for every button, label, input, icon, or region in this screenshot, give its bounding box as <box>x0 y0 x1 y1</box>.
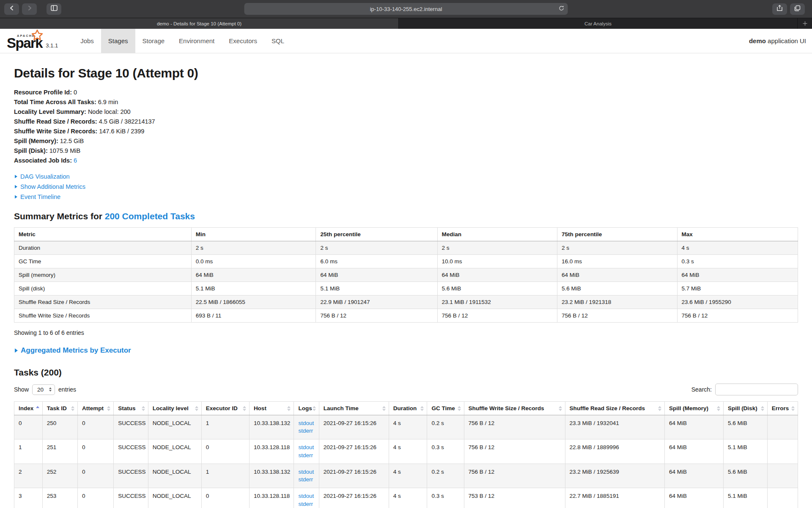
summary-col-header[interactable]: Max <box>677 228 798 241</box>
tasks-col-header-launch_time[interactable]: Launch Time <box>319 402 389 415</box>
app-name: demo <box>749 37 766 44</box>
task-cell-spill_memory: 64 MiB <box>664 415 723 439</box>
summary-cell: 23.6 MiB / 1955290 <box>677 295 798 309</box>
tasks-col-header-spill_disk[interactable]: Spill (Disk) <box>723 402 767 415</box>
tasks-col-label: Host <box>254 405 266 411</box>
search-input[interactable] <box>715 384 798 395</box>
tasks-col-header-shuffle_read[interactable]: Shuffle Read Size / Records <box>565 402 664 415</box>
stderr-link[interactable]: stderr <box>298 500 314 508</box>
back-button[interactable] <box>4 3 19 15</box>
toggle-label: DAG Visualization <box>20 173 70 180</box>
chevron-right-icon <box>27 5 33 13</box>
tasks-col-header-index[interactable]: Index <box>14 402 43 415</box>
stderr-link[interactable]: stderr <box>298 427 314 435</box>
tasks-col-header-duration[interactable]: Duration <box>389 402 427 415</box>
tasks-col-header-task_id[interactable]: Task ID <box>42 402 77 415</box>
stage-field-3: Shuffle Read Size / Records: 4.5 GiB / 3… <box>14 118 798 125</box>
tasks-col-label: Shuffle Read Size / Records <box>570 405 645 411</box>
stdout-link[interactable]: stdout <box>298 468 314 476</box>
share-icon <box>776 5 783 13</box>
task-cell-logs: stdoutstderr <box>294 439 319 464</box>
tab-overview-button[interactable] <box>790 3 805 15</box>
sort-down-icon <box>458 409 461 411</box>
sort-icon <box>287 406 291 411</box>
tasks-col-header-spill_memory[interactable]: Spill (Memory) <box>664 402 723 415</box>
summary-col-header[interactable]: Median <box>437 228 557 241</box>
sort-up-icon <box>717 406 720 408</box>
task-cell-shuffle_write: 753 B / 12 <box>464 488 565 508</box>
summary-cell: 23.2 MiB / 1921318 <box>557 295 678 309</box>
tasks-table: IndexTask IDAttemptStatusLocality levelE… <box>14 401 798 508</box>
tasks-col-label: Shuffle Write Size / Records <box>469 405 544 411</box>
summary-row: Spill (disk)5.1 MiB5.1 MiB5.6 MiB5.6 MiB… <box>14 282 798 295</box>
tasks-col-header-executor_id[interactable]: Executor ID <box>201 402 249 415</box>
tasks-col-header-attempt[interactable]: Attempt <box>78 402 114 415</box>
task-cell-spill_disk: 5.1 MiB <box>723 439 767 464</box>
toggle-dag-visualization[interactable]: DAG Visualization <box>14 173 798 180</box>
tasks-col-header-locality[interactable]: Locality level <box>148 402 201 415</box>
summary-cell: 22.5 MiB / 1866055 <box>191 295 316 309</box>
new-tab-button[interactable] <box>798 18 812 29</box>
reload-icon[interactable] <box>559 6 565 13</box>
tasks-col-header-logs[interactable]: Logs <box>294 402 319 415</box>
task-cell-gc_time: 0.2 s <box>427 415 464 439</box>
aggregated-metrics-label: Aggregated Metrics by Executor <box>21 346 131 355</box>
task-cell-duration: 4 s <box>389 415 427 439</box>
sort-down-icon <box>420 409 424 411</box>
tasks-col-header-status[interactable]: Status <box>114 402 148 415</box>
triangle-right-icon <box>15 348 18 353</box>
summary-col-header[interactable]: Metric <box>14 228 192 241</box>
tasks-col-header-shuffle_write[interactable]: Shuffle Write Size / Records <box>464 402 565 415</box>
stage-field-value: 0 <box>74 89 77 96</box>
browser-tab-0[interactable]: demo - Details for Stage 10 (Attempt 0) <box>0 18 399 29</box>
sort-up-icon <box>658 406 661 408</box>
sort-icon <box>559 406 562 411</box>
forward-button[interactable] <box>22 3 37 15</box>
summary-col-header[interactable]: Min <box>191 228 316 241</box>
toggle-show-additional-metrics[interactable]: Show Additional Metrics <box>14 183 798 190</box>
task-cell-logs: stdoutstderr <box>294 415 319 439</box>
tasks-col-header-errors[interactable]: Errors <box>767 402 798 415</box>
browser-tab-1[interactable]: Car Analysis <box>399 18 798 29</box>
stdout-link[interactable]: stdout <box>298 420 314 427</box>
task-cell-host: 10.33.138.132 <box>249 464 294 488</box>
address-bar[interactable]: ip-10-33-140-255.ec2.internal <box>244 3 568 15</box>
sort-up-icon <box>243 406 246 408</box>
stdout-link[interactable]: stdout <box>298 444 314 451</box>
tasks-col-label: Launch Time <box>324 405 359 411</box>
nav-tab-storage[interactable]: Storage <box>135 29 172 53</box>
stderr-link[interactable]: stderr <box>298 476 314 483</box>
page-size-select[interactable]: 20 <box>32 384 55 395</box>
sidebar-toggle-button[interactable] <box>47 3 61 15</box>
summary-cell: 5.1 MiB <box>191 282 316 295</box>
tasks-col-label: Status <box>118 405 135 411</box>
nav-tab-jobs[interactable]: Jobs <box>73 29 101 53</box>
nav-tab-stages[interactable]: Stages <box>101 29 135 53</box>
stderr-link[interactable]: stderr <box>298 452 314 459</box>
task-cell-spill_disk: 5.6 MiB <box>723 464 767 488</box>
sort-up-icon <box>287 406 291 408</box>
stage-field-label: Spill (Disk): <box>14 147 49 154</box>
tasks-col-header-gc_time[interactable]: GC Time <box>427 402 464 415</box>
task-cell-duration: 4 s <box>389 488 427 508</box>
task-cell-duration: 4 s <box>389 439 427 464</box>
toggle-event-timeline[interactable]: Event Timeline <box>14 193 798 200</box>
summary-col-header[interactable]: 75th percentile <box>557 228 678 241</box>
task-cell-executor_id: 0 <box>201 439 249 464</box>
nav-tab-sql[interactable]: SQL <box>264 29 291 53</box>
nav-tab-executors[interactable]: Executors <box>222 29 264 53</box>
tasks-col-header-host[interactable]: Host <box>249 402 294 415</box>
task-cell-executor_id: 1 <box>201 415 249 439</box>
aggregated-metrics-toggle[interactable]: Aggregated Metrics by Executor <box>14 346 798 355</box>
page-title: Details for Stage 10 (Attempt 0) <box>14 66 798 80</box>
spark-logo[interactable]: APACHE Spark 3.1.1 <box>6 29 62 53</box>
summary-col-header[interactable]: 25th percentile <box>316 228 437 241</box>
share-button[interactable] <box>772 3 787 15</box>
stdout-link[interactable]: stdout <box>298 492 314 500</box>
task-cell-host: 10.33.128.118 <box>249 439 294 464</box>
job-id-link[interactable]: 6 <box>74 157 77 164</box>
nav-tab-environment[interactable]: Environment <box>172 29 222 53</box>
task-cell-index: 0 <box>14 415 43 439</box>
stage-field-4: Shuffle Write Size / Records: 147.6 KiB … <box>14 128 798 135</box>
completed-tasks-link[interactable]: 200 Completed Tasks <box>105 211 195 221</box>
